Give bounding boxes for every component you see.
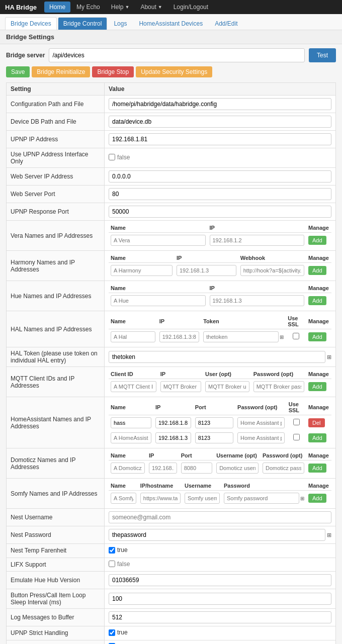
list-item: Add (109, 461, 331, 476)
ha-ip-input-2[interactable] (155, 432, 191, 443)
ha-port-input-1[interactable] (195, 417, 233, 428)
hal-token-global-input[interactable] (109, 351, 325, 363)
ha-name-input-2[interactable] (111, 432, 151, 443)
somfy-pass-input[interactable] (224, 493, 299, 504)
log-buffer-input[interactable] (109, 611, 331, 623)
setting-value (105, 113, 336, 131)
upnp-strict-checkbox[interactable]: true (109, 629, 128, 636)
somfy-name-input[interactable] (111, 493, 136, 504)
dom-user-input[interactable] (216, 463, 259, 474)
ha-port-input-2[interactable] (195, 432, 233, 443)
navbar-brand[interactable]: HA Bridge (5, 4, 37, 11)
device-db-input[interactable] (109, 116, 331, 128)
hal-ip-input[interactable] (159, 331, 200, 342)
mqtt-pass-input[interactable] (253, 381, 304, 392)
nav-item-home[interactable]: Home (44, 2, 70, 13)
upnp-interface-checkbox[interactable]: false (109, 154, 130, 161)
ha-ssl-checkbox-1[interactable] (293, 419, 300, 425)
save-button[interactable]: Save (6, 66, 30, 77)
lifx-check[interactable] (109, 561, 115, 567)
vera-table: Name IP Manage Add (109, 223, 331, 248)
setting-value: Name IP Token Use SSL Manage ⊞ Add (105, 311, 336, 347)
upnp-response-port-input[interactable] (109, 206, 331, 218)
harmony-col-ip: IP (175, 253, 238, 263)
harmony-ip-input[interactable] (177, 265, 236, 276)
hal-token-input[interactable] (203, 331, 279, 342)
ha-del-button[interactable]: Del (308, 418, 325, 427)
table-row: HAL Names and IP Addresses Name IP Token… (7, 311, 336, 347)
nest-temp-checkbox[interactable]: true (109, 546, 128, 554)
security-button[interactable]: Update Security Settings (136, 66, 212, 77)
tab-bridge-control[interactable]: Bridge Control (58, 17, 108, 30)
ha-ip-input-1[interactable] (155, 417, 191, 428)
hal-name-input[interactable] (111, 331, 155, 342)
setting-value: true (105, 544, 336, 558)
web-server-port-input[interactable] (109, 188, 331, 200)
ha-pass-input-1[interactable] (237, 417, 285, 428)
stop-button[interactable]: Bridge Stop (92, 66, 134, 77)
nav-item-login[interactable]: Login/Logout (168, 2, 213, 13)
nest-temp-check[interactable] (109, 547, 115, 554)
upnp-interface-check[interactable] (109, 154, 115, 160)
setting-value: true (105, 640, 336, 644)
setting-name: Device DB Path and File (7, 113, 105, 131)
nest-password-input[interactable] (109, 529, 325, 541)
dom-ip-input[interactable] (149, 463, 177, 474)
sleep-interval-input[interactable] (109, 593, 331, 605)
tab-logs[interactable]: Logs (108, 17, 132, 30)
ha-col-ip: IP (153, 400, 193, 415)
vera-name-input[interactable] (111, 235, 206, 246)
mqtt-ip-input[interactable] (160, 381, 201, 392)
vera-add-button[interactable]: Add (308, 236, 326, 245)
config-path-input[interactable] (109, 98, 331, 110)
nav-item-about[interactable]: About ▼ (135, 2, 167, 13)
hal-table: Name IP Token Use SSL Manage ⊞ Add (109, 314, 331, 344)
setting-name: Web Server Port (7, 186, 105, 203)
hue-ip-input[interactable] (210, 295, 305, 306)
hue-name-input[interactable] (111, 295, 206, 306)
ha-pass-input-2[interactable] (237, 432, 285, 443)
vera-col-name: Name (109, 223, 208, 233)
nav-item-help[interactable]: Help ▼ (106, 2, 135, 13)
harmony-add-button[interactable]: Add (308, 266, 326, 275)
ha-name-input-1[interactable] (111, 417, 151, 428)
hue-hub-version-input[interactable] (109, 574, 331, 586)
harmony-webhook-input[interactable] (240, 265, 304, 276)
upnp-strict-check[interactable] (109, 629, 115, 636)
setting-name: Hue Names and IP Addresses (7, 281, 105, 311)
hal-ssl-checkbox[interactable] (293, 333, 299, 339)
hue-add-button[interactable]: Add (308, 296, 326, 305)
reinitialize-button[interactable]: Bridge Reinitialize (32, 66, 90, 77)
harmony-name-input[interactable] (111, 265, 173, 276)
ha-ssl-checkbox-2[interactable] (293, 434, 300, 440)
tab-bridge-devices[interactable]: Bridge Devices (5, 17, 57, 30)
nest-username-input[interactable] (109, 511, 331, 523)
ha-add-button[interactable]: Add (308, 433, 326, 442)
web-server-ip-input[interactable] (109, 170, 331, 182)
test-button[interactable]: Test (309, 48, 336, 62)
setting-value: Name IP Webhook Manage Add (105, 251, 336, 281)
mqtt-user-input[interactable] (205, 381, 249, 392)
tab-add-edit[interactable]: Add/Edit (209, 17, 243, 30)
nav-item-myecho[interactable]: My Echo (71, 2, 105, 13)
action-buttons: Save Bridge Reinitialize Bridge Stop Upd… (6, 66, 336, 77)
vera-ip-input[interactable] (210, 235, 305, 246)
dom-add-button[interactable]: Add (308, 464, 326, 473)
somfy-add-button[interactable]: Add (308, 494, 326, 503)
somfy-ip-input[interactable] (140, 493, 181, 504)
setting-name: Use UPNP Address Interface Only (7, 148, 105, 168)
dom-port-input[interactable] (181, 463, 213, 474)
dom-name-input[interactable] (111, 463, 145, 474)
setting-name: UPNP Response Port (7, 203, 105, 221)
hal-add-button[interactable]: Add (308, 332, 326, 341)
bridge-server-input[interactable] (49, 48, 305, 62)
lifx-checkbox[interactable]: false (109, 561, 130, 568)
mqtt-id-input[interactable] (111, 381, 156, 392)
tab-ha-devices[interactable]: HomeAssistant Devices (133, 17, 208, 30)
dom-col-ip: IP (147, 451, 179, 461)
dom-pass-input[interactable] (263, 463, 304, 474)
mqtt-add-button[interactable]: Add (308, 382, 326, 391)
upnp-ip-input[interactable] (109, 133, 331, 145)
somfy-user-input[interactable] (185, 493, 220, 504)
setting-name: Somfy Names and IP Addresses (7, 479, 105, 509)
